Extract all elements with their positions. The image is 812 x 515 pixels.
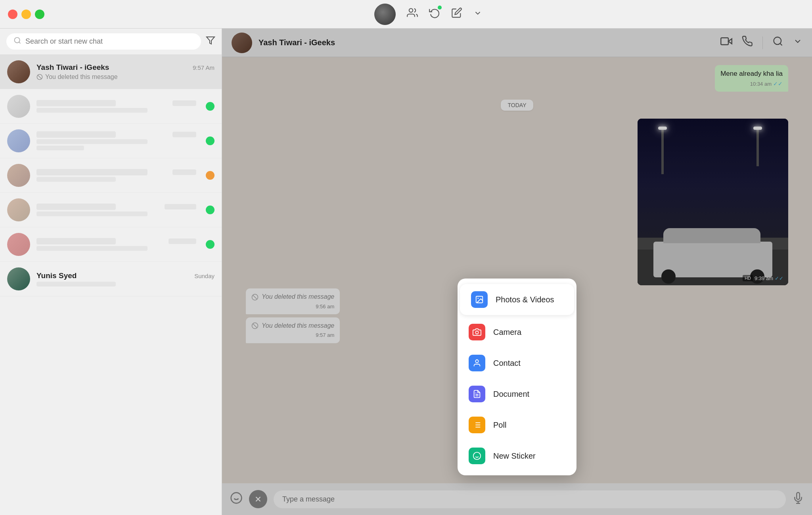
refresh-icon[interactable] — [429, 7, 440, 21]
attachment-popup: Photos & Videos Camera — [458, 279, 576, 475]
list-item[interactable]: Yunis Syed Sunday — [0, 262, 222, 296]
document-icon — [469, 386, 485, 402]
avatar — [7, 267, 30, 290]
avatar-image — [374, 4, 396, 25]
unread-badge — [206, 136, 214, 145]
popup-label-camera: Camera — [493, 328, 521, 337]
chat-info: Yash Tiwari - iGeeks 9:57 Am You deleted… — [36, 63, 214, 81]
blurred-preview — [36, 246, 147, 251]
new-group-icon[interactable] — [407, 7, 418, 21]
list-item[interactable]: Yash Tiwari - iGeeks 9:57 Am You deleted… — [0, 55, 222, 89]
chat-name: Yash Tiwari - iGeeks — [36, 63, 109, 72]
chat-preview — [36, 282, 214, 286]
blurred-time — [165, 204, 196, 209]
popup-item-photos[interactable]: Photos & Videos — [460, 284, 574, 315]
title-bar — [0, 0, 812, 29]
avatar — [7, 233, 30, 256]
chat-time: 9:57 Am — [193, 64, 214, 71]
chat-preview-blurred — [36, 211, 196, 216]
popup-label-photos: Photos & Videos — [496, 295, 554, 304]
filter-icon[interactable] — [206, 36, 215, 48]
blurred-time — [172, 132, 196, 137]
blurred-time — [169, 238, 196, 244]
main-container: Yash Tiwari - iGeeks 9:57 Am You deleted… — [0, 29, 812, 515]
chat-name: Yunis Syed — [36, 271, 77, 280]
svg-point-1 — [15, 38, 20, 43]
svg-point-31 — [473, 452, 481, 459]
search-input[interactable] — [25, 37, 194, 46]
blurred-name — [36, 204, 116, 210]
list-item[interactable] — [0, 193, 222, 227]
unread-badge — [206, 240, 214, 249]
blurred-name — [36, 169, 147, 175]
popup-item-contact[interactable]: Contact — [458, 348, 576, 379]
blurred-name — [36, 100, 116, 106]
chat-preview: You deleted this message — [36, 73, 214, 81]
list-item[interactable] — [0, 227, 222, 262]
svg-line-5 — [38, 75, 41, 79]
blurred-time — [172, 100, 196, 106]
list-item[interactable] — [0, 89, 222, 124]
close-button[interactable] — [8, 10, 17, 19]
chat-name-row: Yunis Syed Sunday — [36, 271, 214, 280]
new-sticker-icon — [469, 448, 485, 464]
svg-marker-3 — [207, 37, 214, 44]
svg-line-2 — [19, 42, 21, 44]
chat-area-container: Yash Tiwari - iGeeks — [222, 29, 812, 515]
search-input-wrap[interactable] — [6, 33, 201, 50]
minimize-button[interactable] — [21, 10, 31, 19]
chevron-down-icon[interactable] — [473, 8, 482, 20]
blurred-name — [36, 131, 116, 138]
avatar — [7, 198, 30, 221]
svg-point-20 — [477, 298, 479, 299]
titlebar-center — [374, 4, 482, 25]
popup-label-contact: Contact — [493, 359, 521, 368]
chat-info — [36, 100, 196, 113]
list-item[interactable] — [0, 124, 222, 158]
popup-item-document[interactable]: Document — [458, 379, 576, 409]
contact-icon — [469, 355, 485, 371]
maximize-button[interactable] — [35, 10, 44, 19]
unread-badge — [206, 171, 214, 180]
avatar — [7, 129, 30, 152]
chat-name-row — [36, 100, 196, 106]
search-icon — [13, 37, 21, 46]
compose-icon[interactable] — [451, 7, 462, 21]
avatar[interactable] — [374, 4, 396, 25]
popup-label-poll: Poll — [493, 421, 506, 430]
ban-icon — [36, 74, 43, 80]
popup-label-document: Document — [493, 390, 529, 399]
blurred-time — [172, 169, 196, 175]
list-item[interactable] — [0, 158, 222, 193]
unread-badge — [206, 206, 214, 214]
chat-list: Yash Tiwari - iGeeks 9:57 Am You deleted… — [0, 55, 222, 515]
titlebar-icons — [407, 7, 482, 21]
chat-preview-blurred — [36, 177, 196, 182]
sidebar: Yash Tiwari - iGeeks 9:57 Am You deleted… — [0, 29, 222, 515]
blurred-preview — [36, 108, 147, 113]
svg-point-22 — [475, 360, 478, 363]
avatar — [7, 95, 30, 118]
chat-info — [36, 169, 196, 182]
chat-name-row — [36, 169, 196, 175]
blurred-preview — [36, 177, 116, 182]
popup-item-new-sticker[interactable]: New Sticker — [458, 440, 576, 471]
search-bar — [0, 29, 222, 55]
svg-point-21 — [475, 331, 478, 334]
camera-icon — [469, 324, 485, 340]
chat-name-row — [36, 131, 196, 138]
preview-text: You deleted this message — [45, 73, 118, 81]
avatar — [7, 164, 30, 187]
window-controls — [8, 10, 44, 19]
chat-preview-blurred — [36, 108, 196, 113]
chat-name-row: Yash Tiwari - iGeeks 9:57 Am — [36, 63, 214, 72]
blurred-preview — [36, 211, 147, 216]
unread-badge — [206, 102, 214, 111]
popup-item-poll[interactable]: Poll — [458, 409, 576, 440]
chat-name-row — [36, 204, 196, 210]
chat-info — [36, 131, 196, 150]
chat-info — [36, 204, 196, 216]
chat-preview-blurred — [36, 139, 196, 150]
popup-item-camera[interactable]: Camera — [458, 317, 576, 348]
blurred-preview — [36, 282, 116, 286]
